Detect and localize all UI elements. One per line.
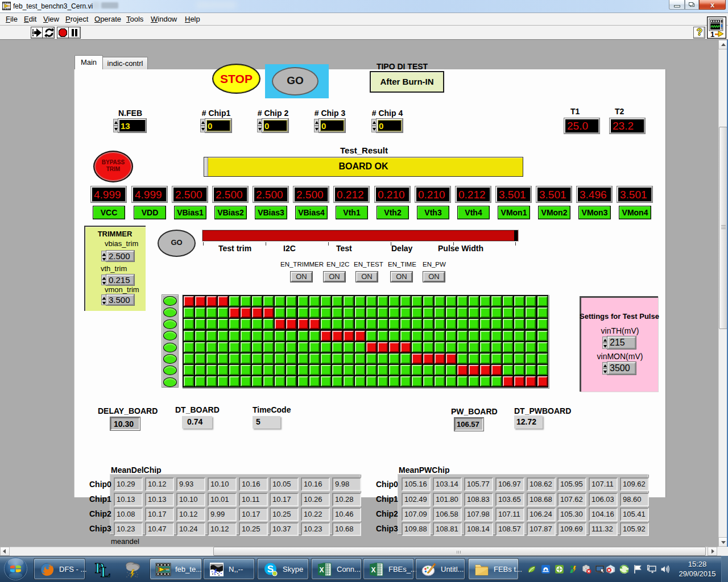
svg-text:L: L xyxy=(101,564,110,579)
svg-text:X: X xyxy=(371,566,375,574)
svg-text:X: X xyxy=(319,566,324,574)
svg-text:1: 1 xyxy=(710,30,714,39)
